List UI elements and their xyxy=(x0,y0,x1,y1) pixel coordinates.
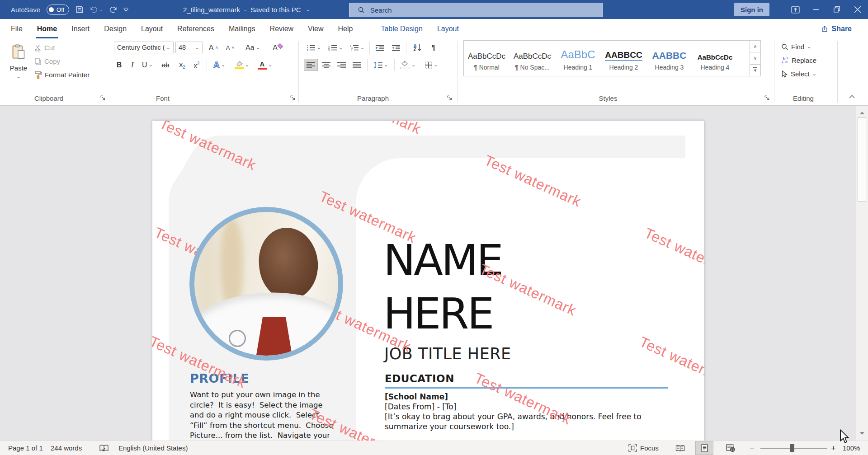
align-right-button[interactable] xyxy=(335,59,349,71)
tab-home[interactable]: Home xyxy=(30,19,64,38)
education-block[interactable]: [School Name] [Dates From] - [To] [It’s … xyxy=(385,392,642,432)
tab-mailings[interactable]: Mailings xyxy=(222,19,263,38)
align-center-button[interactable] xyxy=(319,59,333,71)
profile-heading[interactable]: PROFILE xyxy=(190,371,249,385)
zoom-out-button[interactable]: − xyxy=(750,441,755,455)
minimize-button[interactable] xyxy=(806,0,826,19)
tab-table-design[interactable]: Table Design xyxy=(373,19,430,38)
close-button[interactable] xyxy=(847,0,868,19)
education-heading[interactable]: EDUCATION xyxy=(385,373,454,385)
subscript-button[interactable]: x2 xyxy=(175,59,189,71)
font-name-select[interactable]: Century Gothic (B ⌄ xyxy=(114,42,174,53)
clear-formatting-button[interactable]: A xyxy=(269,42,286,54)
style-heading-3[interactable]: AABBCHeading 3 xyxy=(646,41,692,76)
justify-button[interactable] xyxy=(350,59,364,71)
restore-button[interactable] xyxy=(826,0,847,19)
share-button[interactable]: Share xyxy=(816,21,856,36)
cut-button[interactable]: Cut xyxy=(34,44,55,52)
tab-references[interactable]: References xyxy=(170,19,222,38)
italic-button[interactable]: I xyxy=(127,59,138,71)
gallery-more-icon[interactable]: ▼ xyxy=(750,65,761,76)
zoom-level[interactable]: 100% xyxy=(843,441,860,455)
tab-help[interactable]: Help xyxy=(330,19,360,38)
align-left-button[interactable] xyxy=(304,59,318,71)
print-layout-button[interactable] xyxy=(695,441,713,455)
underline-button[interactable]: U ⌄ xyxy=(139,59,156,71)
superscript-button[interactable]: x2 xyxy=(190,59,203,71)
autosave-toggle[interactable]: Off xyxy=(47,5,69,15)
paste-button[interactable]: Paste ⌄ xyxy=(5,41,32,91)
numbering-button[interactable]: 123 ⌄ xyxy=(326,42,345,54)
increase-indent-button[interactable] xyxy=(389,42,403,54)
tab-insert[interactable]: Insert xyxy=(64,19,97,38)
font-color-button[interactable]: A ⌄ xyxy=(255,59,275,71)
sign-in-button[interactable]: Sign in xyxy=(734,3,769,16)
scroll-down-icon[interactable] xyxy=(856,429,868,438)
zoom-slider-thumb[interactable] xyxy=(790,444,794,452)
resume-name[interactable]: NAME HERE xyxy=(383,234,502,340)
vertical-scrollbar[interactable] xyxy=(856,106,868,441)
styles-dialog-launcher-icon[interactable] xyxy=(764,95,770,101)
tab-review[interactable]: Review xyxy=(263,19,301,38)
document-page[interactable]: NAME HERE JOB TITLE HERE PROFILE Want to… xyxy=(152,121,704,441)
page-indicator[interactable]: Page 1 of 1 xyxy=(8,441,43,455)
clipboard-dialog-launcher-icon[interactable] xyxy=(100,95,106,101)
read-mode-button[interactable] xyxy=(675,441,685,455)
document-title[interactable]: 2_tiling_watermark - Saved to this PC ⌄ xyxy=(183,0,311,19)
grow-font-button[interactable]: A˄ xyxy=(206,42,221,54)
change-case-button[interactable]: Aa ⌄ xyxy=(243,42,262,54)
paragraph-dialog-launcher-icon[interactable] xyxy=(447,95,453,101)
document-canvas[interactable]: NAME HERE JOB TITLE HERE PROFILE Want to… xyxy=(0,106,868,441)
strikethrough-button[interactable]: ab xyxy=(158,59,173,71)
style-heading-4[interactable]: AaBbCcDcHeading 4 xyxy=(692,41,738,76)
sort-button[interactable]: A Z xyxy=(409,42,425,54)
tab-view[interactable]: View xyxy=(301,19,330,38)
customize-quick-access-icon[interactable] xyxy=(123,8,128,12)
bold-button[interactable]: B xyxy=(113,59,125,71)
line-spacing-button[interactable]: ⌄ xyxy=(370,59,391,71)
bullets-button[interactable]: ⌄ xyxy=(304,42,324,54)
decrease-indent-button[interactable] xyxy=(373,42,387,54)
style-heading-2[interactable]: AABBCCHeading 2 xyxy=(601,41,646,76)
undo-icon[interactable]: ⌄ xyxy=(90,6,103,13)
font-size-select[interactable]: 48 ⌄ xyxy=(175,42,203,53)
gallery-scroll-down-icon[interactable]: ∨ xyxy=(750,52,761,64)
text-effects-button[interactable]: A ⌄ xyxy=(210,59,229,71)
save-icon[interactable] xyxy=(75,5,84,14)
redo-icon[interactable] xyxy=(109,6,117,13)
gallery-scroll-up-icon[interactable]: ∧ xyxy=(750,40,761,52)
multilevel-list-button[interactable]: 1ai ⌄ xyxy=(347,42,367,54)
scroll-up-icon[interactable] xyxy=(856,108,868,117)
search-input[interactable]: Search xyxy=(349,3,603,17)
language-indicator[interactable]: English (United States) xyxy=(118,441,188,455)
replace-button[interactable]: bc Replace xyxy=(781,56,816,64)
format-painter-button[interactable]: Format Painter xyxy=(34,71,90,79)
word-count[interactable]: 244 words xyxy=(51,441,82,455)
tab-layout[interactable]: Layout xyxy=(430,19,466,38)
find-button[interactable]: Find ⌄ xyxy=(781,43,811,51)
collapse-ribbon-icon[interactable] xyxy=(849,94,855,100)
copy-button[interactable]: Copy xyxy=(34,57,60,65)
style-no-spac[interactable]: AaBbCcDc¶ No Spac... xyxy=(509,41,555,76)
proofing-status-icon[interactable] xyxy=(99,441,108,455)
scrollbar-thumb[interactable] xyxy=(858,117,866,202)
select-button[interactable]: Select ⌄ xyxy=(781,70,816,78)
tab-design[interactable]: Design xyxy=(97,19,134,38)
web-layout-button[interactable] xyxy=(726,441,735,455)
text-highlight-button[interactable]: ⌄ xyxy=(231,59,252,71)
ribbon-display-options-icon[interactable] xyxy=(785,0,806,19)
borders-button[interactable]: ⌄ xyxy=(420,59,442,71)
tab-file[interactable]: File xyxy=(4,19,30,38)
focus-mode-button[interactable]: Focus xyxy=(628,441,659,455)
zoom-in-button[interactable]: + xyxy=(831,441,836,455)
style-heading-1[interactable]: AaBbCHeading 1 xyxy=(555,41,601,76)
style-normal[interactable]: AaBbCcDc¶ Normal xyxy=(464,41,509,76)
show-formatting-marks-button[interactable]: ¶ xyxy=(427,42,440,54)
profile-photo[interactable] xyxy=(189,207,343,361)
shrink-font-button[interactable]: A˅ xyxy=(222,42,238,54)
tab-layout[interactable]: Layout xyxy=(134,19,170,38)
resume-job-title[interactable]: JOB TITLE HERE xyxy=(384,345,511,363)
font-dialog-launcher-icon[interactable] xyxy=(290,95,296,101)
shading-button[interactable]: ⌄ xyxy=(397,59,418,71)
profile-body[interactable]: Want to put your own image in thecircle?… xyxy=(190,390,333,441)
